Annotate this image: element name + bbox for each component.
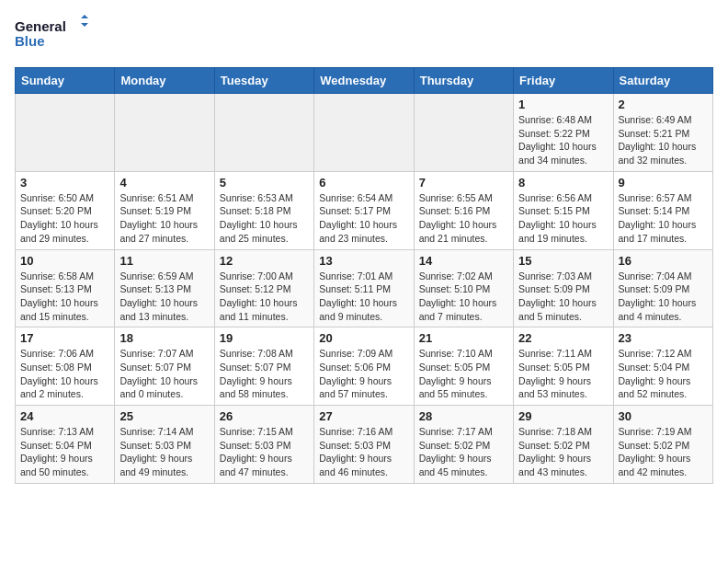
calendar-cell <box>115 94 214 172</box>
weekday-header-tuesday: Tuesday <box>214 68 313 94</box>
calendar-cell: 1Sunrise: 6:48 AM Sunset: 5:22 PM Daylig… <box>514 94 613 172</box>
day-info: Sunrise: 7:16 AM Sunset: 5:03 PM Dayligh… <box>319 425 408 479</box>
day-number: 16 <box>619 254 708 268</box>
day-info: Sunrise: 7:03 AM Sunset: 5:09 PM Dayligh… <box>518 270 608 324</box>
day-info: Sunrise: 7:04 AM Sunset: 5:09 PM Dayligh… <box>619 270 708 324</box>
calendar-week-5: 24Sunrise: 7:13 AM Sunset: 5:04 PM Dayli… <box>16 406 713 484</box>
day-info: Sunrise: 6:50 AM Sunset: 5:20 PM Dayligh… <box>20 191 109 246</box>
calendar-cell <box>314 94 414 172</box>
calendar-cell: 23Sunrise: 7:12 AM Sunset: 5:04 PM Dayli… <box>613 327 712 406</box>
day-info: Sunrise: 6:56 AM Sunset: 5:15 PM Dayligh… <box>518 191 608 246</box>
day-info: Sunrise: 6:51 AM Sunset: 5:19 PM Dayligh… <box>119 191 209 246</box>
day-number: 20 <box>319 331 408 345</box>
day-number: 9 <box>619 176 708 190</box>
day-number: 12 <box>220 254 309 268</box>
weekday-header-friday: Friday <box>514 68 613 94</box>
day-number: 14 <box>419 254 508 268</box>
day-info: Sunrise: 6:54 AM Sunset: 5:17 PM Dayligh… <box>319 191 408 246</box>
calendar-cell: 18Sunrise: 7:07 AM Sunset: 5:07 PM Dayli… <box>115 327 214 406</box>
day-info: Sunrise: 7:19 AM Sunset: 5:02 PM Dayligh… <box>619 425 708 479</box>
calendar-cell: 10Sunrise: 6:58 AM Sunset: 5:13 PM Dayli… <box>16 249 115 327</box>
day-info: Sunrise: 7:11 AM Sunset: 5:05 PM Dayligh… <box>518 347 608 401</box>
day-info: Sunrise: 6:55 AM Sunset: 5:16 PM Dayligh… <box>419 191 508 246</box>
day-info: Sunrise: 7:00 AM Sunset: 5:12 PM Dayligh… <box>220 270 309 324</box>
svg-marker-3 <box>81 23 88 27</box>
weekday-header-wednesday: Wednesday <box>314 68 414 94</box>
day-number: 4 <box>119 176 209 190</box>
calendar-cell: 19Sunrise: 7:08 AM Sunset: 5:07 PM Dayli… <box>214 327 313 406</box>
day-info: Sunrise: 7:08 AM Sunset: 5:07 PM Dayligh… <box>220 347 309 401</box>
day-number: 17 <box>20 331 109 345</box>
day-number: 7 <box>419 176 508 190</box>
calendar-cell: 17Sunrise: 7:06 AM Sunset: 5:08 PM Dayli… <box>16 327 115 406</box>
day-info: Sunrise: 7:01 AM Sunset: 5:11 PM Dayligh… <box>319 270 408 324</box>
calendar-week-3: 10Sunrise: 6:58 AM Sunset: 5:13 PM Dayli… <box>16 249 713 327</box>
day-number: 6 <box>319 176 408 190</box>
calendar-week-4: 17Sunrise: 7:06 AM Sunset: 5:08 PM Dayli… <box>16 327 713 406</box>
svg-text:Blue: Blue <box>15 33 45 49</box>
day-info: Sunrise: 7:17 AM Sunset: 5:02 PM Dayligh… <box>419 425 508 479</box>
logo-svg: General Blue <box>15 15 88 56</box>
day-number: 27 <box>319 409 408 423</box>
day-info: Sunrise: 7:15 AM Sunset: 5:03 PM Dayligh… <box>220 425 309 479</box>
page-header: General Blue <box>15 15 713 56</box>
day-number: 11 <box>119 254 209 268</box>
day-number: 24 <box>20 409 109 423</box>
calendar-cell: 9Sunrise: 6:57 AM Sunset: 5:14 PM Daylig… <box>613 171 712 249</box>
calendar-cell: 12Sunrise: 7:00 AM Sunset: 5:12 PM Dayli… <box>214 249 313 327</box>
calendar-cell: 2Sunrise: 6:49 AM Sunset: 5:21 PM Daylig… <box>613 94 712 172</box>
weekday-header-thursday: Thursday <box>414 68 513 94</box>
calendar-cell: 4Sunrise: 6:51 AM Sunset: 5:19 PM Daylig… <box>115 171 214 249</box>
day-info: Sunrise: 6:49 AM Sunset: 5:21 PM Dayligh… <box>619 113 708 167</box>
weekday-header-saturday: Saturday <box>613 68 712 94</box>
day-number: 25 <box>119 409 209 423</box>
day-info: Sunrise: 7:06 AM Sunset: 5:08 PM Dayligh… <box>20 347 109 401</box>
calendar-cell <box>214 94 313 172</box>
day-info: Sunrise: 6:53 AM Sunset: 5:18 PM Dayligh… <box>220 191 309 246</box>
day-info: Sunrise: 7:13 AM Sunset: 5:04 PM Dayligh… <box>20 425 109 479</box>
day-info: Sunrise: 7:10 AM Sunset: 5:05 PM Dayligh… <box>419 347 508 401</box>
calendar-cell: 13Sunrise: 7:01 AM Sunset: 5:11 PM Dayli… <box>314 249 414 327</box>
logo: General Blue <box>15 15 88 56</box>
calendar-cell: 21Sunrise: 7:10 AM Sunset: 5:05 PM Dayli… <box>414 327 513 406</box>
day-number: 22 <box>518 331 608 345</box>
weekday-header-sunday: Sunday <box>16 68 115 94</box>
calendar-cell: 5Sunrise: 6:53 AM Sunset: 5:18 PM Daylig… <box>214 171 313 249</box>
day-number: 30 <box>619 409 708 423</box>
weekday-header-row: SundayMondayTuesdayWednesdayThursdayFrid… <box>16 68 713 94</box>
day-info: Sunrise: 6:57 AM Sunset: 5:14 PM Dayligh… <box>619 191 708 246</box>
calendar-cell: 22Sunrise: 7:11 AM Sunset: 5:05 PM Dayli… <box>514 327 613 406</box>
calendar-cell: 15Sunrise: 7:03 AM Sunset: 5:09 PM Dayli… <box>514 249 613 327</box>
calendar-week-1: 1Sunrise: 6:48 AM Sunset: 5:22 PM Daylig… <box>16 94 713 172</box>
day-info: Sunrise: 7:12 AM Sunset: 5:04 PM Dayligh… <box>619 347 708 401</box>
calendar-table: SundayMondayTuesdayWednesdayThursdayFrid… <box>15 67 713 484</box>
day-number: 21 <box>419 331 508 345</box>
calendar-cell: 27Sunrise: 7:16 AM Sunset: 5:03 PM Dayli… <box>314 406 414 484</box>
calendar-cell: 28Sunrise: 7:17 AM Sunset: 5:02 PM Dayli… <box>414 406 513 484</box>
day-number: 8 <box>518 176 608 190</box>
day-number: 2 <box>619 98 708 111</box>
day-number: 10 <box>20 254 109 268</box>
svg-marker-2 <box>81 15 88 18</box>
calendar-cell: 8Sunrise: 6:56 AM Sunset: 5:15 PM Daylig… <box>514 171 613 249</box>
calendar-cell: 14Sunrise: 7:02 AM Sunset: 5:10 PM Dayli… <box>414 249 513 327</box>
day-number: 23 <box>619 331 708 345</box>
day-info: Sunrise: 6:58 AM Sunset: 5:13 PM Dayligh… <box>20 270 109 324</box>
calendar-cell: 16Sunrise: 7:04 AM Sunset: 5:09 PM Dayli… <box>613 249 712 327</box>
day-number: 26 <box>220 409 309 423</box>
calendar-cell: 7Sunrise: 6:55 AM Sunset: 5:16 PM Daylig… <box>414 171 513 249</box>
day-info: Sunrise: 7:07 AM Sunset: 5:07 PM Dayligh… <box>119 347 209 401</box>
calendar-cell: 25Sunrise: 7:14 AM Sunset: 5:03 PM Dayli… <box>115 406 214 484</box>
calendar-cell: 30Sunrise: 7:19 AM Sunset: 5:02 PM Dayli… <box>613 406 712 484</box>
day-info: Sunrise: 7:14 AM Sunset: 5:03 PM Dayligh… <box>119 425 209 479</box>
day-info: Sunrise: 7:18 AM Sunset: 5:02 PM Dayligh… <box>518 425 608 479</box>
svg-text:General: General <box>15 18 66 34</box>
day-number: 28 <box>419 409 508 423</box>
day-number: 1 <box>518 98 608 111</box>
day-info: Sunrise: 7:02 AM Sunset: 5:10 PM Dayligh… <box>419 270 508 324</box>
day-number: 19 <box>220 331 309 345</box>
calendar-cell: 11Sunrise: 6:59 AM Sunset: 5:13 PM Dayli… <box>115 249 214 327</box>
calendar-cell: 20Sunrise: 7:09 AM Sunset: 5:06 PM Dayli… <box>314 327 414 406</box>
weekday-header-monday: Monday <box>115 68 214 94</box>
day-number: 13 <box>319 254 408 268</box>
